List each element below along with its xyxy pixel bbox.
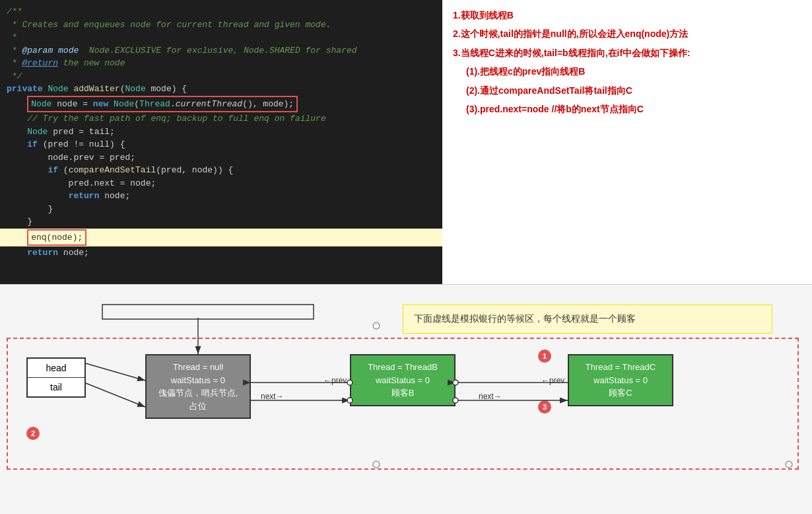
code-line-12: node.prev = pred; [7,151,436,165]
code-line-1: /** [7,5,436,18]
anno-line-1: 1.获取到线程B [453,8,801,22]
code-line-8-highlight: Node node = new Node(Thread.currentThrea… [7,96,436,113]
next-label-2: next→ [479,392,502,401]
code-line-17: } [7,215,436,229]
nodec-line1: Thread = ThreadC [577,361,664,374]
code-line-19: return node; [7,246,436,260]
code-line-5: * @return the new node [7,57,436,70]
code-line-2: * Creates and enqueues node for current … [7,18,436,32]
nodec-line2: waitStatus = 0 [577,374,664,387]
code-line-9: // Try the fast path of enq; backup to f… [7,112,436,126]
code-line-4: * @param mode Node.EXCLUSIVE for exclusi… [7,44,436,57]
code-line-7: private Node addWaiter(Node mode) { [7,83,436,96]
next-label-1: next→ [261,392,284,401]
badge-1: 1 [538,349,551,363]
code-line-3: * [7,31,436,44]
dummy-line3: 傀儡节点，哨兵节点,占位 [154,386,242,412]
nodeb-line1: Thread = ThreadB [359,361,446,374]
code-line-18-yellow: enq(node); [0,229,442,247]
code-line-13: if (compareAndSetTail(pred, node)) { [7,164,436,177]
anno-line-3: 3.当线程C进来的时候,tail=b线程指向,在if中会做如下操作: [453,46,801,60]
tail-label: tail [28,378,85,396]
anno-line-5: (2).通过compareAndSetTail将tail指向C [453,83,801,98]
prev-label-1: ←prev [323,376,347,385]
diagram-note: 下面虚线是模拟银行的等候区，每个线程就是一个顾客 [403,305,772,334]
code-line-10: Node pred = tail; [7,126,436,139]
code-line-14: pred.next = node; [7,177,436,190]
anno-line-6: (3).pred.next=node //将b的next节点指向C [453,102,801,116]
head-label: head [28,359,85,378]
code-area: /** * Creates and enqueues node for curr… [0,0,442,284]
nodec-line3: 顾客C [577,386,664,400]
dummy-line1: Thread = null [154,361,242,374]
svg-point-14 [373,322,380,329]
diagram-area: 下面虚线是模拟银行的等候区，每个线程就是一个顾客 head tail 2 Thr… [0,284,812,514]
dummy-line2: waitStatus = 0 [154,374,242,387]
anno-line-2: 2.这个时候,tail的指针是null的,所以会进入enq(node)方法 [453,26,801,41]
node-c: Thread = ThreadC waitStatus = 0 顾客C [568,354,673,406]
anno-line-4: (1).把线程c的prev指向线程B [453,64,801,79]
node-b: Thread = ThreadB waitStatus = 0 顾客B [350,354,456,406]
code-line-16: } [7,203,436,216]
badge-2: 2 [26,427,40,440]
headtail-box: head tail [26,357,86,398]
badge-3: 3 [538,400,551,414]
code-line-15: return node; [7,190,436,203]
code-line-6: */ [7,70,436,83]
svg-rect-13 [102,305,314,319]
code-line-11: if (pred != null) { [7,138,436,151]
nodeb-line2: waitStatus = 0 [359,374,446,387]
annotation-area: 1.获取到线程B 2.这个时候,tail的指针是null的,所以会进入enq(n… [442,0,812,128]
nodeb-line3: 顾客B [359,386,446,400]
prev-label-2: ←prev [541,376,564,385]
node-dummy: Thread = null waitStatus = 0 傀儡节点，哨兵节点,占… [145,354,251,419]
